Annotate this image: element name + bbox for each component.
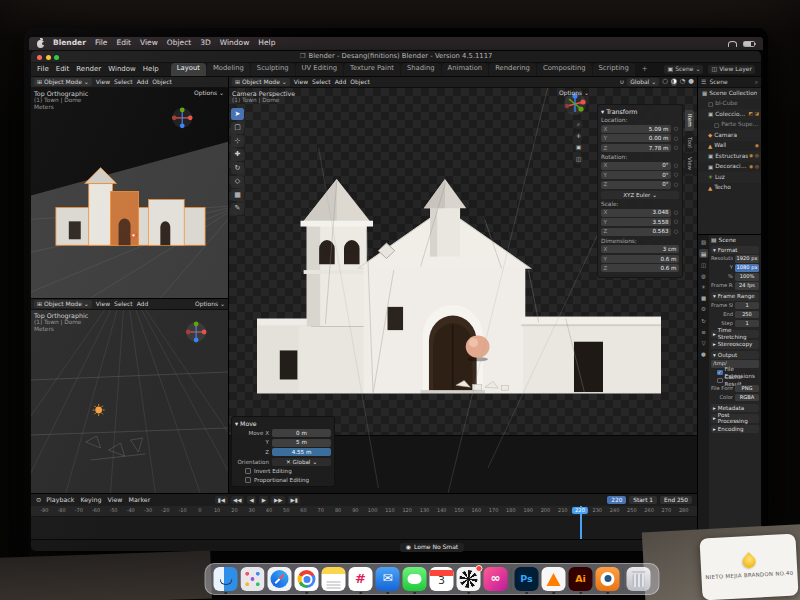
property-value[interactable]: 1: [735, 320, 759, 328]
add-workspace-button[interactable]: +: [639, 65, 651, 73]
section-header-time-stretching[interactable]: ▸Time Stretching: [711, 330, 759, 339]
dock-icon-slack[interactable]: [349, 567, 373, 591]
menubar-item-edit[interactable]: Edit: [116, 39, 131, 48]
value-field-x[interactable]: X3.048: [601, 209, 671, 217]
transform-tool[interactable]: ▦: [231, 189, 244, 201]
visibility-toggles[interactable]: ◉ ◎: [749, 153, 759, 159]
checkbox-cache-result[interactable]: Cache Result: [711, 377, 759, 385]
jump-to-end[interactable]: ▶▮: [288, 496, 300, 503]
move-panel-title[interactable]: ▾ Move: [235, 420, 331, 427]
sidebar-tab-tool[interactable]: Tool: [685, 133, 694, 152]
scale-tool[interactable]: ◇: [231, 176, 244, 188]
menu-item-object[interactable]: Object: [152, 79, 172, 86]
value-field-y[interactable]: Y0.6 m: [601, 255, 679, 263]
menu-item-view[interactable]: View: [294, 79, 308, 86]
ortho-toggle-icon[interactable]: ◫: [574, 155, 583, 164]
frame-end-field[interactable]: End 250: [660, 496, 692, 505]
outliner-editor-icon[interactable]: ☰: [701, 79, 706, 86]
viewport-bottom-left[interactable]: ⊞ Object Mode⌄ ViewSelectAdd Options ⌄ T…: [31, 299, 228, 493]
move-value-field[interactable]: 4.55 m: [272, 448, 331, 456]
workspace-tab-rendering[interactable]: Rendering: [489, 63, 536, 76]
outliner-item-decoraciones[interactable]: ▣Decoraciones◉ ◎: [698, 162, 761, 173]
dock-icon-safari[interactable]: [268, 567, 292, 591]
dock-icon-notes[interactable]: [322, 567, 346, 591]
transform-panel-title[interactable]: ▾ Transform: [601, 108, 679, 115]
viewport-main[interactable]: ⊞ Object Mode⌄ ViewSelectAddObject ∪ Glo…: [229, 77, 697, 493]
options-dropdown[interactable]: Options ⌄: [194, 90, 224, 97]
topbar-menu-render[interactable]: Render: [76, 65, 101, 73]
camera-view-icon[interactable]: ▣: [574, 143, 583, 152]
lock-icon[interactable]: ○: [673, 126, 679, 132]
workspace-tab-texture-paint[interactable]: Texture Paint: [344, 63, 400, 76]
menubar-item-window[interactable]: Window: [220, 39, 250, 48]
lock-icon[interactable]: ○: [673, 145, 679, 151]
topbar-menu-help[interactable]: Help: [143, 65, 159, 73]
topbar-menu-edit[interactable]: Edit: [56, 65, 70, 73]
checkbox-box[interactable]: [245, 468, 251, 474]
visibility-toggles[interactable]: ◉: [755, 143, 759, 149]
timeline-editor-icon[interactable]: ⊙: [36, 496, 41, 503]
menu-item-select[interactable]: Select: [312, 79, 331, 86]
menu-item-view[interactable]: View: [96, 301, 110, 308]
dock-icon-trash[interactable]: [627, 567, 651, 591]
zoom-button[interactable]: [54, 55, 59, 60]
tweak-tool[interactable]: ➤: [231, 108, 244, 120]
timeline-body[interactable]: [31, 517, 697, 539]
properties-editor[interactable]: ▧▤◫◍☀■⚙↻≡▽● ▤ Scene ▾FormatResolution X1…: [698, 235, 761, 539]
prev-keyframe[interactable]: ◀◀: [231, 496, 244, 503]
outliner-item-scene-collection[interactable]: ▦Scene Collection: [698, 88, 761, 99]
pan-icon[interactable]: ✛: [574, 132, 583, 141]
menubar-item-object[interactable]: Object: [167, 39, 191, 48]
outliner-item-luz[interactable]: ☀Luz: [698, 172, 761, 183]
checkbox-invert-editing[interactable]: Invert Editing: [245, 468, 331, 474]
value-field-x[interactable]: X0°: [601, 162, 671, 170]
world-tab[interactable]: ☀: [699, 283, 708, 292]
rotation-mode-dropdown[interactable]: XYZ Euler ⌄: [601, 191, 679, 200]
options-dropdown[interactable]: Options ⌄: [559, 90, 589, 97]
dock-icon-messages[interactable]: [403, 567, 427, 591]
checkbox-box[interactable]: [245, 477, 251, 483]
transform-orientation-dropdown[interactable]: Global⌄: [627, 78, 659, 86]
outliner-item-colecciones[interactable]: ▣Colecciones◩ ◪: [698, 109, 761, 120]
visibility-toggles[interactable]: ◩ ◪: [748, 111, 759, 117]
lock-icon[interactable]: ○: [673, 182, 679, 188]
section-header-output[interactable]: ▾Output: [711, 351, 759, 360]
value-field-x[interactable]: X3 cm: [601, 245, 679, 253]
dock-icon-mail[interactable]: [376, 567, 400, 591]
menu-item-add[interactable]: Add: [137, 301, 149, 308]
workspace-tab-shading[interactable]: Shading: [401, 63, 441, 76]
view-layer-tab[interactable]: ◫: [699, 260, 708, 269]
outliner-item-bl-cube[interactable]: ▢bl-Cube: [698, 99, 761, 110]
next-keyframe[interactable]: ▶▶: [271, 496, 284, 503]
outliner-item-estructuras[interactable]: ▣Estructuras◉ ◎: [698, 151, 761, 162]
play-reverse[interactable]: ◀: [247, 496, 256, 503]
menu-item-select[interactable]: Select: [114, 79, 133, 86]
move-value-field[interactable]: 0 m: [272, 429, 331, 437]
visibility-toggles[interactable]: ◉ ◎: [749, 164, 759, 170]
checkbox-proportional-editing[interactable]: Proportional Editing: [245, 477, 331, 483]
window-titlebar[interactable]: ❐ Blender - Desang(finitions) Blender - …: [31, 51, 761, 63]
zoom-icon[interactable]: ⌕: [574, 120, 583, 129]
menubar-item-file[interactable]: File: [95, 39, 108, 48]
shading-wireframe-icon[interactable]: ○: [662, 78, 668, 85]
dock-icon-spiral[interactable]: [457, 567, 481, 591]
timeline-ruler[interactable]: -90-80-70-60-50-40-30-20-100102030405060…: [31, 506, 697, 517]
value-field-z[interactable]: Z0.6 m: [601, 264, 679, 272]
timeline-editor[interactable]: ⊙ PlaybackKeyingViewMarker ▮◀◀◀◀▶▶▶▶▮ 22…: [31, 493, 697, 539]
dock-icon-photoshop[interactable]: Ps: [515, 567, 539, 591]
annotate-tool[interactable]: ✎: [231, 203, 244, 215]
jump-to-start[interactable]: ▮◀: [215, 496, 227, 503]
menu-item-view[interactable]: View: [96, 79, 110, 86]
viewport-bottom-left-canvas[interactable]: Top Orthographic (1) Town | Dome Meters: [31, 310, 228, 493]
sidebar-tab-view[interactable]: View: [685, 153, 694, 174]
section-header-frame-range[interactable]: ▾Frame Range: [711, 292, 759, 301]
select-box-tool[interactable]: ▢: [231, 122, 244, 134]
section-header-stereoscopy[interactable]: ▸Stereoscopy: [711, 340, 759, 349]
topbar-menu-file[interactable]: File: [37, 65, 49, 73]
workspace-tab-uv-editing[interactable]: UV Editing: [296, 63, 343, 76]
mode-dropdown[interactable]: ⊞ Object Mode⌄: [232, 78, 290, 86]
outliner-item-parte-superior[interactable]: ▢Parte Superior: [698, 120, 761, 131]
battery-icon[interactable]: [743, 41, 755, 47]
value-field-z[interactable]: Z0.563: [601, 228, 671, 236]
workspace-tab-layout[interactable]: Layout: [171, 63, 206, 76]
